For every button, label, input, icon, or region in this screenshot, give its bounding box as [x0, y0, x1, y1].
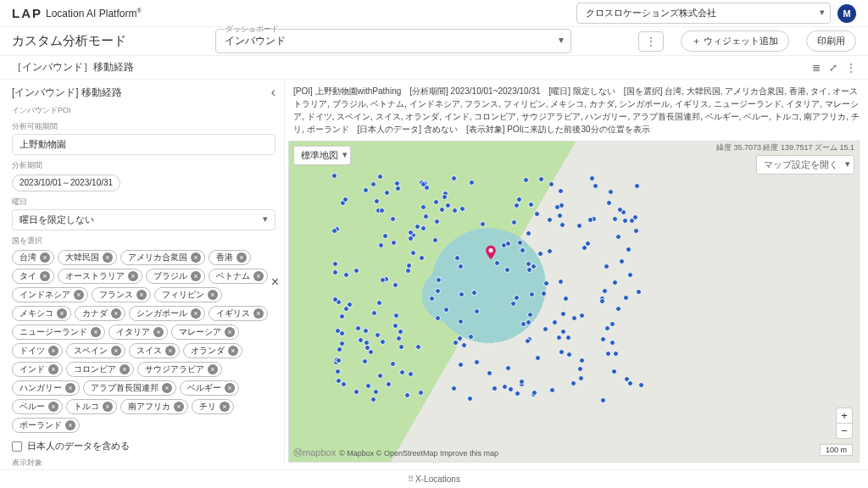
- country-chip[interactable]: コロンビア×: [66, 362, 134, 377]
- map-attribution: Ⓜmapbox © Mapbox © OpenStreetMap Improve…: [293, 446, 498, 459]
- jp-data-checkbox[interactable]: 日本人のデータを含める: [12, 440, 275, 452]
- poi-field[interactable]: 上野動物園: [12, 134, 275, 155]
- remove-chip-icon[interactable]: ×: [225, 327, 235, 337]
- remove-chip-icon[interactable]: ×: [40, 271, 50, 281]
- remove-chip-icon[interactable]: ×: [165, 346, 175, 356]
- footer-logo-icon: ⠿: [408, 474, 412, 484]
- dashboard-select[interactable]: インバウンド: [215, 29, 571, 53]
- panel-title: ［インバウンド］移動経路: [12, 60, 134, 75]
- remove-chip-icon[interactable]: ×: [174, 402, 184, 412]
- country-chip[interactable]: チリ×: [192, 399, 234, 414]
- zoom-in-button[interactable]: +: [837, 408, 852, 424]
- country-chip[interactable]: イギリス×: [209, 306, 268, 321]
- analysis-summary: [POI] 上野動物園withPathing [分析期間] 2023/10/01…: [285, 80, 868, 137]
- checkbox-icon[interactable]: [12, 441, 22, 452]
- expand-icon[interactable]: ⤢: [829, 62, 837, 74]
- country-chip[interactable]: 香港×: [209, 250, 251, 265]
- country-chip[interactable]: ブラジル×: [146, 269, 205, 284]
- list-icon[interactable]: ≣: [812, 62, 821, 74]
- weekday-section-label: 曜日: [12, 197, 275, 208]
- country-chip[interactable]: 台湾×: [12, 250, 54, 265]
- remove-chip-icon[interactable]: ×: [91, 327, 101, 337]
- country-chip[interactable]: ポーランド×: [12, 418, 80, 433]
- remove-chip-icon[interactable]: ×: [65, 383, 75, 393]
- country-chip[interactable]: フランス×: [92, 287, 151, 302]
- remove-chip-icon[interactable]: ×: [236, 252, 247, 263]
- remove-chip-icon[interactable]: ×: [253, 308, 264, 319]
- country-chip[interactable]: インドネシア×: [12, 287, 88, 302]
- remove-chip-icon[interactable]: ×: [65, 420, 75, 430]
- weekday-select[interactable]: 曜日を限定しない: [12, 209, 275, 230]
- remove-chip-icon[interactable]: ×: [220, 402, 230, 412]
- country-chip[interactable]: オーストラリア×: [58, 269, 142, 284]
- country-chip[interactable]: シンガポール×: [129, 306, 205, 321]
- collapse-sidebar-icon[interactable]: ‹: [271, 85, 275, 100]
- more-button[interactable]: ⋮: [638, 31, 664, 52]
- poi-field-label: 分析可能期間: [12, 121, 275, 132]
- mapbox-logo-icon: Ⓜmapbox: [293, 446, 336, 459]
- zoom-out-button[interactable]: −: [837, 424, 852, 438]
- remove-chip-icon[interactable]: ×: [111, 346, 121, 356]
- country-chip[interactable]: タイ×: [12, 269, 54, 284]
- map[interactable]: 標準地図 緯度 35.7073 経度 139.7517 ズーム 15.1 マップ…: [288, 141, 860, 463]
- country-chip[interactable]: インド×: [12, 362, 63, 377]
- panel-more-icon[interactable]: ⋮: [846, 62, 856, 74]
- zoom-control[interactable]: + −: [836, 408, 853, 439]
- logo-mark: LAP: [12, 6, 42, 20]
- remove-chip-icon[interactable]: ×: [225, 383, 235, 393]
- country-chip[interactable]: ベトナム×: [209, 269, 268, 284]
- remove-chip-icon[interactable]: ×: [48, 364, 58, 374]
- print-button[interactable]: 印刷用: [806, 30, 856, 52]
- remove-chip-icon[interactable]: ×: [228, 346, 238, 356]
- country-chip[interactable]: イタリア×: [108, 324, 168, 340]
- sidebar-title: [インバウンド] 移動経路: [12, 86, 122, 100]
- country-chip[interactable]: トルコ×: [66, 399, 117, 414]
- country-chip[interactable]: ベルー×: [12, 399, 63, 414]
- remove-chip-icon[interactable]: ×: [103, 252, 113, 263]
- remove-chip-icon[interactable]: ×: [120, 364, 130, 374]
- remove-chip-icon[interactable]: ×: [253, 271, 264, 281]
- poi-section-label: インバウンドPOI: [12, 105, 275, 116]
- remove-chip-icon[interactable]: ×: [74, 290, 84, 300]
- remove-chip-icon[interactable]: ×: [103, 402, 113, 412]
- remove-chip-icon[interactable]: ×: [162, 383, 172, 393]
- remove-chip-icon[interactable]: ×: [153, 327, 164, 337]
- remove-chip-icon[interactable]: ×: [128, 271, 138, 281]
- avatar[interactable]: M: [837, 4, 856, 23]
- country-chip[interactable]: ニュージーランド×: [12, 324, 105, 340]
- remove-chip-icon[interactable]: ×: [208, 290, 218, 300]
- country-chip[interactable]: サウジアラビア×: [137, 362, 222, 377]
- country-chip[interactable]: 大韓民国×: [58, 250, 117, 265]
- map-scale: 100 m: [820, 444, 853, 456]
- remove-chip-icon[interactable]: ×: [136, 290, 147, 300]
- country-chip[interactable]: スペイン×: [66, 343, 125, 358]
- country-chip[interactable]: ベルギー×: [180, 380, 239, 396]
- remove-chip-icon[interactable]: ×: [48, 402, 58, 412]
- country-chip[interactable]: オランダ×: [183, 343, 242, 358]
- company-select[interactable]: クロスロケーションズ株式会社: [576, 3, 831, 24]
- country-chip[interactable]: ハンガリー×: [12, 380, 80, 396]
- poi-pin-icon: [482, 244, 499, 261]
- country-chip[interactable]: ドイツ×: [12, 343, 63, 358]
- add-widget-button[interactable]: ＋ ウィジェット追加: [681, 30, 789, 52]
- country-chip[interactable]: メキシコ×: [12, 306, 71, 321]
- country-chip[interactable]: スイス×: [129, 343, 180, 358]
- remove-chip-icon[interactable]: ×: [191, 271, 201, 281]
- period-chip[interactable]: 2023/10/01～2023/10/31: [12, 175, 120, 191]
- country-chip[interactable]: アラブ首長国連邦×: [83, 380, 176, 396]
- remove-chip-icon[interactable]: ×: [57, 308, 67, 319]
- clear-countries-icon[interactable]: ×: [271, 274, 279, 290]
- country-chip[interactable]: カナダ×: [75, 306, 125, 321]
- remove-chip-icon[interactable]: ×: [111, 308, 121, 319]
- country-chip[interactable]: アメリカ合衆国×: [120, 250, 205, 265]
- remove-chip-icon[interactable]: ×: [191, 252, 201, 263]
- remove-chip-icon[interactable]: ×: [191, 308, 201, 319]
- mode-title: カスタム分析モード: [12, 33, 198, 49]
- svg-point-0: [489, 248, 493, 252]
- country-chip[interactable]: 南アフリカ×: [120, 399, 188, 414]
- remove-chip-icon[interactable]: ×: [48, 346, 58, 356]
- country-chip[interactable]: フィリピン×: [154, 287, 222, 302]
- remove-chip-icon[interactable]: ×: [208, 364, 218, 374]
- remove-chip-icon[interactable]: ×: [40, 252, 50, 263]
- country-chip[interactable]: マレーシア×: [171, 324, 239, 340]
